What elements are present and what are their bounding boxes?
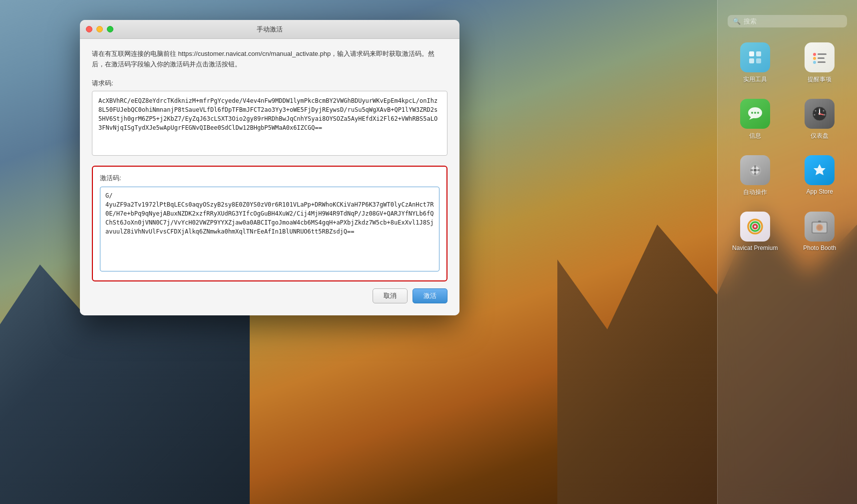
description-text: 请在有互联网连接的电脑前往 https://customer.navicat.c…: [92, 49, 447, 70]
svg-point-33: [753, 225, 757, 229]
svg-point-32: [751, 222, 760, 231]
search-input[interactable]: [744, 17, 842, 25]
app-item-messages[interactable]: 信息: [725, 94, 785, 145]
utilities-label: 实用工具: [743, 75, 767, 84]
dialog-body: 请在有互联网连接的电脑前往 https://customer.navicat.c…: [80, 39, 459, 315]
svg-rect-1: [756, 51, 761, 56]
photobooth-icon: [805, 212, 835, 242]
close-button[interactable]: [86, 26, 92, 32]
photobooth-label: Photo Booth: [803, 245, 836, 252]
manual-activation-dialog: 手动激活 请在有互联网连接的电脑前往 https://customer.navi…: [80, 20, 459, 315]
svg-rect-2: [749, 58, 754, 63]
maximize-button[interactable]: [107, 26, 113, 32]
dashboard-label: 仪表盘: [811, 132, 829, 140]
minimize-button[interactable]: [96, 26, 103, 32]
app-item-automator[interactable]: 自动操作: [725, 150, 785, 202]
svg-point-12: [751, 112, 753, 114]
appstore-label: App Store: [807, 188, 833, 195]
activate-button[interactable]: 激活: [413, 288, 447, 303]
svg-point-14: [757, 112, 759, 114]
activation-section: 激活码:: [92, 166, 447, 281]
activation-code-label: 激活码:: [100, 174, 439, 183]
app-item-photobooth[interactable]: Photo Booth: [790, 207, 850, 256]
svg-point-4: [813, 53, 816, 56]
dialog-title: 手动激活: [257, 25, 283, 34]
app-item-reminders[interactable]: 提醒事项: [790, 37, 850, 89]
app-item-utilities[interactable]: 实用工具: [725, 37, 785, 89]
svg-point-6: [813, 61, 816, 64]
request-code-label: 请求码:: [92, 79, 447, 88]
svg-point-22: [814, 114, 816, 116]
svg-point-13: [754, 112, 756, 114]
svg-rect-28: [750, 169, 753, 171]
search-bar[interactable]: 🔍: [728, 15, 847, 27]
svg-point-20: [823, 110, 825, 112]
dialog-titlebar: 手动激活: [80, 20, 459, 39]
svg-point-23: [815, 110, 817, 112]
messages-icon: [740, 99, 770, 129]
launchpad-sidebar: 🔍 实用工具: [717, 0, 857, 504]
messages-label: 信息: [749, 132, 761, 140]
activation-code-input[interactable]: [100, 187, 439, 271]
navicat-icon: [740, 212, 770, 242]
svg-rect-38: [818, 221, 821, 223]
appstore-icon: [805, 155, 835, 185]
automator-icon: [740, 155, 770, 185]
svg-rect-26: [754, 165, 756, 168]
svg-point-37: [817, 225, 822, 230]
svg-rect-29: [757, 169, 760, 171]
reminders-icon: [805, 42, 835, 72]
automator-label: 自动操作: [743, 188, 767, 197]
app-grid: 实用工具 提醒事项: [718, 37, 857, 256]
dashboard-icon: [805, 99, 835, 129]
svg-point-21: [824, 114, 826, 116]
reminders-label: 提醒事项: [808, 75, 832, 84]
cancel-button[interactable]: 取消: [373, 288, 408, 303]
svg-rect-27: [754, 172, 756, 175]
svg-point-19: [819, 108, 821, 110]
app-item-appstore[interactable]: App Store: [790, 150, 850, 202]
svg-rect-8: [818, 57, 825, 59]
app-item-navicat[interactable]: Navicat Premium: [725, 207, 785, 256]
request-code-box: AcXBVhRC/eEQZ8eYdrcTKdknizM+mfrPgYcyede/…: [92, 91, 447, 156]
svg-rect-3: [756, 58, 761, 63]
svg-point-30: [754, 169, 757, 172]
svg-rect-0: [749, 51, 754, 56]
navicat-label: Navicat Premium: [732, 245, 778, 252]
button-row: 取消 激活: [92, 288, 447, 305]
app-item-dashboard[interactable]: 仪表盘: [790, 94, 850, 145]
svg-point-5: [813, 57, 816, 60]
svg-rect-7: [818, 53, 827, 55]
search-icon: 🔍: [733, 17, 741, 25]
svg-rect-9: [818, 61, 826, 63]
utilities-icon: [740, 42, 770, 72]
traffic-lights: [86, 26, 113, 32]
